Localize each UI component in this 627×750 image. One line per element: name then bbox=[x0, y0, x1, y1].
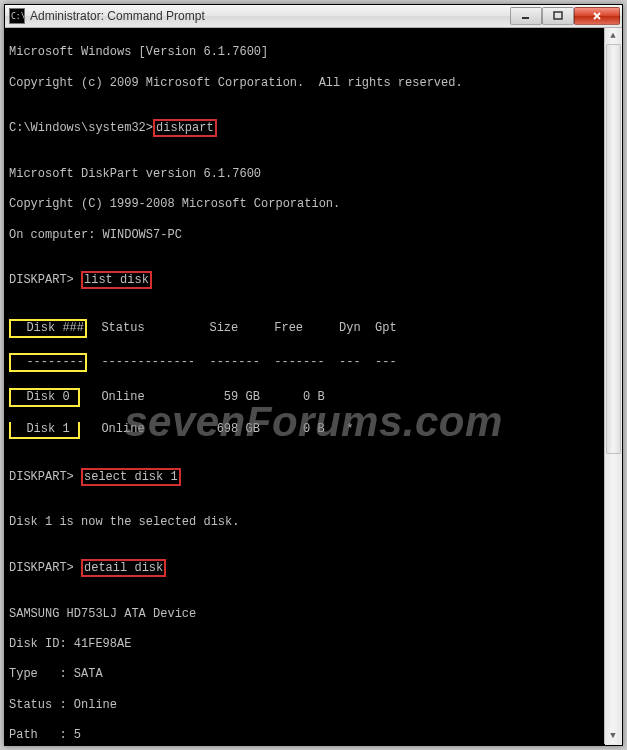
console-line: Copyright (c) 2009 Microsoft Corporation… bbox=[9, 76, 601, 91]
console-line: Disk ID: 41FE98AE bbox=[9, 637, 601, 652]
console-line: Path : 5 bbox=[9, 728, 601, 743]
console-line: C:\Windows\system32>diskpart bbox=[9, 121, 601, 136]
disk-table-header: Disk ### Status Size Free Dyn Gpt bbox=[9, 319, 601, 338]
cmd-diskpart: diskpart bbox=[153, 119, 217, 137]
svg-rect-0 bbox=[554, 12, 562, 19]
disk-table-sep: -------- ------------- ------- ------- -… bbox=[9, 353, 601, 372]
console-line: SAMSUNG HD753LJ ATA Device bbox=[9, 607, 601, 622]
titlebar[interactable]: C:\ Administrator: Command Prompt bbox=[5, 5, 622, 28]
window-buttons bbox=[510, 7, 620, 25]
console-line: Status : Online bbox=[9, 698, 601, 713]
console-line: DISKPART> list disk bbox=[9, 273, 601, 288]
console-line: Microsoft Windows [Version 6.1.7600] bbox=[9, 45, 601, 60]
cmd-detail-disk: detail disk bbox=[81, 559, 166, 577]
command-prompt-window: C:\ Administrator: Command Prompt Micros… bbox=[4, 4, 623, 746]
scroll-thumb[interactable] bbox=[606, 44, 621, 454]
close-button[interactable] bbox=[574, 7, 620, 25]
console-line: Disk 1 is now the selected disk. bbox=[9, 515, 601, 530]
console-line: Copyright (C) 1999-2008 Microsoft Corpor… bbox=[9, 197, 601, 212]
scroll-down-arrow[interactable]: ▼ bbox=[606, 728, 621, 744]
maximize-button[interactable] bbox=[542, 7, 574, 25]
disk-table-row: Disk 1 Online 698 GB 0 B * bbox=[9, 422, 601, 439]
console-line: DISKPART> detail disk bbox=[9, 561, 601, 576]
disk-table-row: Disk 0 Online 59 GB 0 B bbox=[9, 388, 601, 407]
window-title: Administrator: Command Prompt bbox=[30, 9, 505, 23]
cmd-list-disk: list disk bbox=[81, 271, 152, 289]
scroll-up-arrow[interactable]: ▲ bbox=[606, 28, 621, 44]
console-output[interactable]: Microsoft Windows [Version 6.1.7600] Cop… bbox=[5, 28, 622, 745]
console-line: Type : SATA bbox=[9, 667, 601, 682]
console-line: Microsoft DiskPart version 6.1.7600 bbox=[9, 167, 601, 182]
minimize-button[interactable] bbox=[510, 7, 542, 25]
console-line: DISKPART> select disk 1 bbox=[9, 470, 601, 485]
scroll-track[interactable] bbox=[606, 44, 621, 728]
cmd-select-disk: select disk 1 bbox=[81, 468, 181, 486]
console-line: On computer: WINDOWS7-PC bbox=[9, 228, 601, 243]
vertical-scrollbar[interactable]: ▲ ▼ bbox=[604, 28, 621, 744]
cmd-icon: C:\ bbox=[9, 8, 25, 24]
